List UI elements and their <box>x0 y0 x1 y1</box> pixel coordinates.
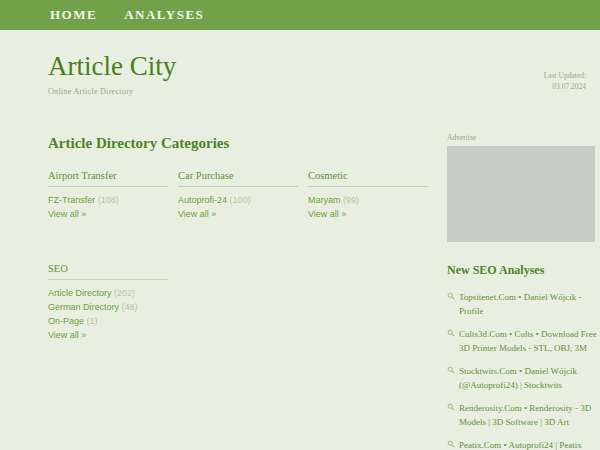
main-column: Article Directory Categories Airport Tra… <box>0 125 430 450</box>
analysis-link[interactable]: Topsitenet.Com • Daniel Wójcik - Profile <box>459 290 597 318</box>
view-all-link[interactable]: View all » <box>308 207 428 221</box>
categories-heading: Article Directory Categories <box>48 135 430 152</box>
ad-placeholder[interactable] <box>447 146 595 242</box>
category-link-count: (99) <box>343 195 359 205</box>
sidebar: Advertise New SEO Analyses Topsitenet.Co… <box>447 125 597 450</box>
category-link-count: (100) <box>230 195 251 205</box>
category-seo: SEO Article Directory (202) German Direc… <box>48 263 168 342</box>
nav-item-home[interactable]: HOME <box>50 7 97 23</box>
view-all-link[interactable]: View all » <box>178 207 298 221</box>
category-link-label[interactable]: Autoprofi-24 <box>178 195 227 205</box>
analysis-list-item[interactable]: Renderosity.Com • Renderosity - 3D Model… <box>447 401 597 429</box>
category-header: SEO <box>48 263 168 280</box>
analysis-link[interactable]: Cults3d.Com • Cults • Download Free 3D P… <box>459 327 597 355</box>
seo-category-row: SEO Article Directory (202) German Direc… <box>48 263 430 342</box>
nav-item-analyses[interactable]: ANALYSES <box>124 7 204 23</box>
magnifier-icon <box>447 366 455 374</box>
view-all-link[interactable]: View all » <box>48 328 168 342</box>
category-link-label[interactable]: Article Directory <box>48 288 112 298</box>
analysis-list-item[interactable]: Peatix.Com • Autoprofi24 | Peatix <box>447 438 597 450</box>
category-link-label[interactable]: German Directory <box>48 302 119 312</box>
advertise-label: Advertise <box>447 133 597 142</box>
content-area: Article Directory Categories Airport Tra… <box>0 125 600 450</box>
category-link-count: (1) <box>87 316 98 326</box>
site-subtitle: Online Article Directory <box>48 87 600 96</box>
category-link-label[interactable]: On-Page <box>48 316 84 326</box>
analysis-list-item[interactable]: Cults3d.Com • Cults • Download Free 3D P… <box>447 327 597 355</box>
category-link-label[interactable]: Maryam <box>308 195 341 205</box>
category-link[interactable]: Article Directory (202) <box>48 286 168 300</box>
category-link-count: (108) <box>98 195 119 205</box>
categories-row: Airport Transfer FZ-Transfer (108) View … <box>48 170 430 221</box>
analyses-list: Topsitenet.Com • Daniel Wójcik - Profile… <box>447 290 597 450</box>
category-car-purchase: Car Purchase Autoprofi-24 (100) View all… <box>178 170 298 221</box>
last-updated-value: 03.07.2024 <box>544 81 586 92</box>
category-cosmetic: Cosmetic Maryam (99) View all » <box>308 170 428 221</box>
category-link[interactable]: FZ-Transfer (108) <box>48 193 168 207</box>
category-link-label[interactable]: FZ-Transfer <box>48 195 95 205</box>
analysis-link[interactable]: Peatix.Com • Autoprofi24 | Peatix <box>459 438 582 450</box>
analysis-link[interactable]: Stocktwits.Com • Daniel Wójcik (@Autopro… <box>459 364 597 392</box>
analyses-heading: New SEO Analyses <box>447 263 597 278</box>
category-link[interactable]: On-Page (1) <box>48 314 168 328</box>
view-all-link[interactable]: View all » <box>48 207 168 221</box>
magnifier-icon <box>447 403 455 411</box>
analysis-list-item[interactable]: Stocktwits.Com • Daniel Wójcik (@Autopro… <box>447 364 597 392</box>
page-title: Article City <box>48 52 600 82</box>
category-header: Airport Transfer <box>48 170 168 187</box>
analysis-list-item[interactable]: Topsitenet.Com • Daniel Wójcik - Profile <box>447 290 597 318</box>
magnifier-icon <box>447 292 455 300</box>
category-header: Cosmetic <box>308 170 428 187</box>
category-link-count: (202) <box>114 288 135 298</box>
magnifier-icon <box>447 440 455 448</box>
category-link[interactable]: Autoprofi-24 (100) <box>178 193 298 207</box>
last-updated-label: Last Updated: <box>544 70 586 81</box>
top-navbar: HOME ANALYSES <box>0 0 600 30</box>
magnifier-icon <box>447 329 455 337</box>
category-link[interactable]: Maryam (99) <box>308 193 428 207</box>
analysis-link[interactable]: Renderosity.Com • Renderosity - 3D Model… <box>459 401 597 429</box>
category-link-count: (48) <box>122 302 138 312</box>
category-airport-transfer: Airport Transfer FZ-Transfer (108) View … <box>48 170 168 221</box>
site-header: Article City Online Article Directory La… <box>0 30 600 125</box>
last-updated: Last Updated: 03.07.2024 <box>544 70 586 93</box>
category-header: Car Purchase <box>178 170 298 187</box>
category-link[interactable]: German Directory (48) <box>48 300 168 314</box>
